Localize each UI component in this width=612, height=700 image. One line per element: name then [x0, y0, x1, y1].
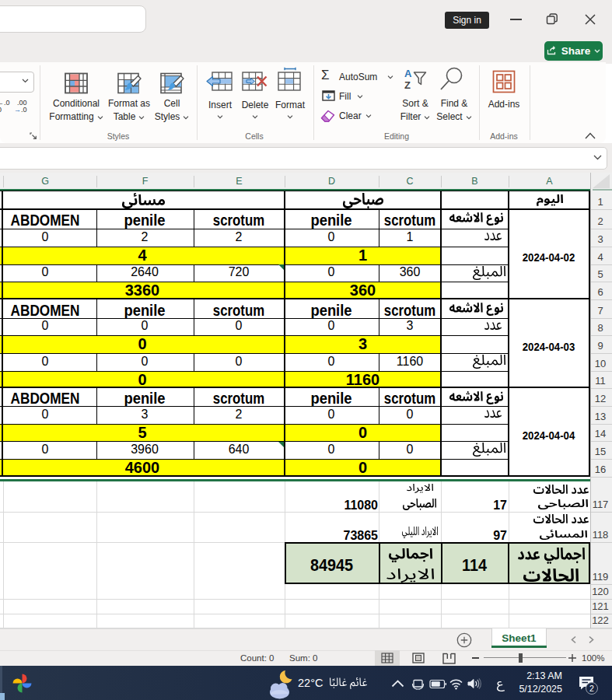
svg-text:A: A: [404, 68, 412, 79]
svg-text:Z: Z: [404, 79, 411, 91]
